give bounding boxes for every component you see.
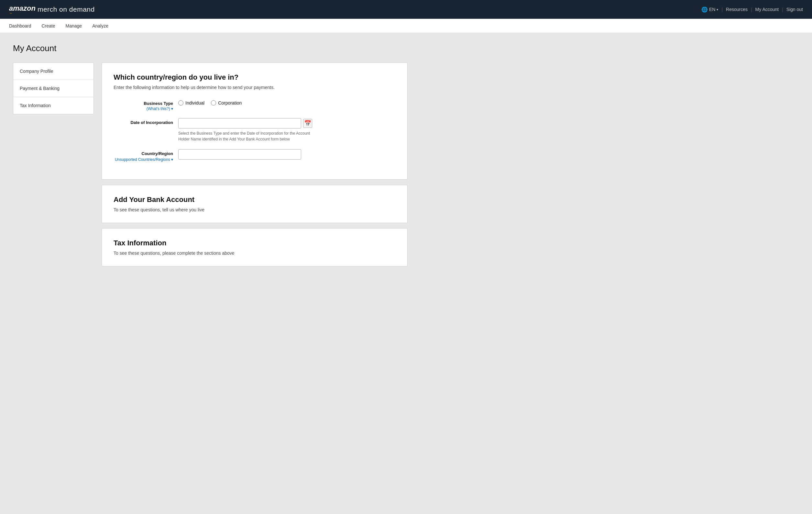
- language-selector[interactable]: 🌐 EN ▾: [701, 6, 718, 12]
- date-label-group: Date of Incorporation: [114, 118, 178, 125]
- separator-1: |: [721, 7, 723, 12]
- logo-smile-icon: ⌣: [10, 11, 36, 15]
- bank-account-panel: Add Your Bank Account To see these quest…: [102, 185, 408, 223]
- secondary-navigation: Dashboard Create Manage Analyze: [0, 19, 812, 33]
- date-input-group: 📅 Select the Business Type and enter the…: [178, 118, 396, 142]
- country-input-group: [178, 149, 396, 160]
- my-account-link[interactable]: My Account: [755, 7, 779, 12]
- individual-label: Individual: [185, 100, 204, 106]
- business-type-label-group: Business Type (What's this?) ▾: [114, 99, 178, 111]
- language-label: EN: [709, 7, 715, 12]
- business-type-row: Business Type (What's this?) ▾ Individua…: [114, 99, 396, 111]
- chevron-down-icon: ▾: [717, 8, 718, 11]
- logo[interactable]: amazon ⌣ merch on demand: [9, 4, 95, 15]
- bank-panel-subtitle: To see these questions, tell us where yo…: [114, 207, 396, 212]
- country-label: Country/Region: [114, 151, 173, 156]
- business-type-input-group: Individual Corporation: [178, 99, 396, 106]
- nav-create[interactable]: Create: [42, 19, 55, 33]
- business-type-radio-group: Individual Corporation: [178, 99, 396, 106]
- nav-dashboard[interactable]: Dashboard: [9, 19, 31, 33]
- tax-panel-subtitle: To see these questions, please complete …: [114, 250, 396, 256]
- whats-this-chevron-icon: ▾: [171, 107, 173, 111]
- logo-merch-text: merch on demand: [37, 5, 95, 13]
- tax-information-panel: Tax Information To see these questions, …: [102, 228, 408, 266]
- country-panel-subtitle: Enter the following information to help …: [114, 85, 396, 90]
- corporation-radio[interactable]: [211, 100, 216, 106]
- corporation-label: Corporation: [218, 100, 242, 106]
- corporation-radio-option[interactable]: Corporation: [211, 100, 242, 106]
- date-of-incorporation-input[interactable]: [178, 118, 301, 129]
- nav-analyze[interactable]: Analyze: [92, 19, 108, 33]
- top-nav-right: 🌐 EN ▾ | Resources | My Account | Sign o…: [701, 6, 803, 12]
- sidebar-item-payment-banking[interactable]: Payment & Banking: [13, 80, 93, 97]
- date-label: Date of Incorporation: [114, 120, 173, 125]
- unsupported-chevron-icon: ▾: [171, 157, 173, 162]
- resources-link[interactable]: Resources: [726, 7, 748, 12]
- page-content: My Account Company Profile Payment & Ban…: [0, 33, 420, 277]
- main-panels: Which country/region do you live in? Ent…: [102, 62, 408, 266]
- country-panel-title: Which country/region do you live in?: [114, 73, 396, 82]
- globe-icon: 🌐: [701, 6, 708, 12]
- date-input-wrapper: 📅: [178, 118, 396, 129]
- bank-panel-title: Add Your Bank Account: [114, 195, 396, 204]
- business-type-label: Business Type: [114, 101, 173, 106]
- whats-this-link[interactable]: (What's this?) ▾: [114, 107, 173, 111]
- sidebar: Company Profile Payment & Banking Tax In…: [13, 62, 94, 114]
- nav-manage[interactable]: Manage: [66, 19, 82, 33]
- date-incorporation-row: Date of Incorporation 📅 Select the Busin…: [114, 118, 396, 142]
- individual-radio-option[interactable]: Individual: [178, 100, 204, 106]
- sidebar-item-company-profile[interactable]: Company Profile: [13, 63, 93, 80]
- top-navigation: amazon ⌣ merch on demand 🌐 EN ▾ | Resour…: [0, 0, 812, 19]
- separator-2: |: [751, 7, 752, 12]
- unsupported-countries-link[interactable]: Unsupported Countries/Regions ▾: [114, 157, 173, 162]
- calendar-icon[interactable]: 📅: [303, 119, 312, 128]
- tax-panel-title: Tax Information: [114, 239, 396, 247]
- page-title: My Account: [13, 44, 408, 53]
- country-region-input[interactable]: [178, 149, 301, 160]
- country-region-row: Country/Region Unsupported Countries/Reg…: [114, 149, 396, 162]
- separator-3: |: [782, 7, 783, 12]
- content-layout: Company Profile Payment & Banking Tax In…: [13, 62, 408, 266]
- individual-radio[interactable]: [178, 100, 183, 106]
- sidebar-item-tax-information[interactable]: Tax Information: [13, 97, 93, 114]
- sign-out-link[interactable]: Sign out: [786, 7, 803, 12]
- country-panel: Which country/region do you live in? Ent…: [102, 62, 408, 180]
- country-label-group: Country/Region Unsupported Countries/Reg…: [114, 149, 178, 162]
- date-help-text: Select the Business Type and enter the D…: [178, 131, 314, 142]
